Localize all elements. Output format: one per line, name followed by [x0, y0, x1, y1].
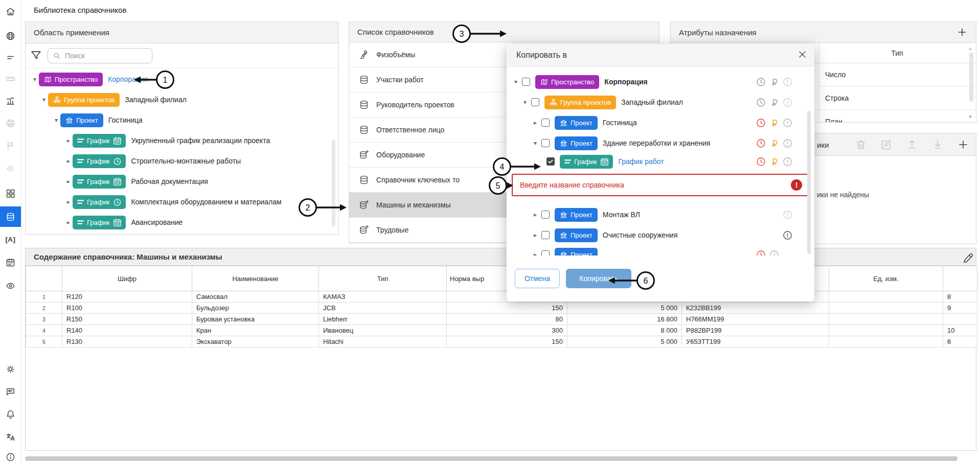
close-icon[interactable]	[797, 50, 807, 59]
database-icon	[358, 99, 370, 110]
sidebar-item-info[interactable]	[0, 447, 21, 464]
error-input[interactable]: Введите название справочника !	[512, 174, 809, 196]
sidebar-item-hatch[interactable]	[0, 158, 21, 178]
grid-icon	[5, 188, 16, 199]
chevron-right-icon[interactable]: ▸	[64, 219, 73, 225]
sidebar-item-calendar[interactable]	[0, 252, 21, 272]
checkbox[interactable]	[541, 139, 550, 147]
chevron-right-icon[interactable]: ▸	[531, 232, 539, 238]
checkbox[interactable]	[531, 98, 539, 106]
chevron-right-icon[interactable]: ▸	[531, 120, 539, 126]
tree-row-Корпорация[interactable]: ▾ПространствоКорпорация	[26, 69, 334, 89]
scroll-up-icon[interactable]: ▲	[968, 45, 973, 51]
clock-icon	[756, 249, 766, 256]
checkbox[interactable]	[522, 78, 530, 86]
tree-item-label: Гостиница	[108, 116, 143, 124]
add-attribute-icon[interactable]	[956, 27, 968, 38]
dialog-tree: Введите название справочника ! ▾Простран…	[507, 66, 814, 256]
comment-icon	[5, 386, 16, 397]
sidebar-item-ruler[interactable]	[0, 68, 21, 89]
checkbox[interactable]	[546, 157, 555, 166]
chevron-right-icon[interactable]: ▸	[64, 158, 73, 164]
chevron-right-icon[interactable]: ▸	[64, 178, 73, 184]
list-item-label: Участки работ	[376, 76, 424, 84]
sidebar-item-comment[interactable]	[0, 381, 21, 402]
database-icon	[358, 74, 370, 85]
dialog-tree-row-Монтаж ВЛ[interactable]: ▸ПроектМонтаж ВЛ	[507, 204, 814, 225]
sidebar-item-gantt[interactable]	[0, 48, 21, 68]
dialog-tree-row-Здание переработки и хранения[interactable]: ▾ПроектЗдание переработки и хранения	[507, 133, 814, 153]
table-row[interactable]: 2R100БульдозерJCB1505 000К232ВВ1999	[26, 303, 977, 314]
sidebar-item-chart[interactable]	[0, 90, 21, 111]
table-row[interactable]: 5R130ЭкскаваторHitachi1505 000У653ТТ1996	[26, 336, 977, 347]
chevron-right-icon[interactable]: ▸	[531, 212, 539, 218]
chevron-down-icon[interactable]: ▾	[40, 97, 48, 103]
copy-button[interactable]: Копировать	[566, 269, 631, 288]
warn-icon	[782, 210, 792, 220]
sidebar-item-grid[interactable]	[0, 183, 21, 203]
attr-row-План[interactable]: План	[818, 110, 976, 123]
tree-row-Укрупненный график реализации проекта[interactable]: ▸ГрафикУкрупненный график реализации про…	[26, 130, 334, 151]
table-row[interactable]: 4R140КранИвановец3008 000Р882ВР19910	[26, 325, 977, 336]
dialog-tree-row-partial[interactable]: ▸Проект	[507, 244, 814, 256]
tree-item-label: Западный филиал	[125, 96, 187, 104]
dialog-tree-row-Очистные сооружения[interactable]: ▸ПроектОчистные сооружения	[507, 225, 814, 245]
charts-toolbar	[854, 138, 970, 151]
tree-row-Комплектация оборудованием и материалам[interactable]: ▸ГрафикКомплектация оборудованием и мате…	[26, 192, 334, 212]
chevron-down-icon[interactable]: ▾	[531, 140, 539, 146]
sidebar-item-translate[interactable]	[0, 427, 21, 447]
sidebar-item-home[interactable]	[0, 1, 21, 21]
scope-filter-row: Поиск	[26, 43, 338, 68]
checkbox[interactable]	[541, 119, 550, 127]
chevron-down-icon[interactable]: ▾	[31, 76, 39, 82]
sidebar-item-database[interactable]	[0, 206, 21, 227]
scope-scrollbar[interactable]	[332, 140, 335, 226]
dialog-title: Копировать в	[516, 51, 567, 60]
badge-label: Пространство	[55, 76, 98, 83]
dialog-tree-row-Гостиница[interactable]: ▸ПроектГостиница	[507, 112, 814, 133]
column-header-Ед. изм.: Ед. изм.	[829, 266, 943, 291]
dialog-tree-row-График работ[interactable]: ГрафикГрафик работ	[507, 151, 814, 172]
tree-row-Рабочая документация[interactable]: ▸ГрафикРабочая документация	[26, 171, 334, 192]
sidebar-item-globe[interactable]	[0, 26, 21, 46]
dialog-tree-row-Западный филиал[interactable]: ▾Группа проектовЗападный филиал	[507, 92, 814, 112]
horizontal-scrollbar[interactable]	[25, 456, 958, 461]
chevron-right-icon[interactable]: ▸	[64, 137, 73, 144]
sidebar-item-flag[interactable]	[0, 135, 21, 156]
checkbox[interactable]	[541, 211, 550, 219]
calendar-icon	[113, 136, 122, 145]
sidebar-item-bell[interactable]	[0, 404, 21, 424]
chevron-down-icon[interactable]: ▾	[52, 117, 60, 123]
checkbox[interactable]	[541, 231, 550, 239]
dialog-tree-row-Корпорация[interactable]: ▾ПространствоКорпорация	[507, 72, 814, 92]
tree-row-Западный филиал[interactable]: ▾Группа проектовЗападный филиал	[26, 89, 334, 110]
sidebar-item-eye[interactable]	[0, 275, 21, 296]
chevron-right-icon[interactable]: ▸	[531, 251, 539, 256]
badge-label: Проект	[571, 231, 592, 239]
tree-row-Строительно-монтажные работы[interactable]: ▸ГрафикСтроительно-монтажные работы	[26, 151, 334, 171]
chevron-down-icon[interactable]: ▾	[512, 79, 520, 85]
filter-icon[interactable]	[30, 49, 42, 62]
badge-label: График	[574, 158, 597, 166]
sidebar-item-printer[interactable]	[0, 113, 21, 133]
edit-content-icon[interactable]	[962, 252, 974, 264]
tree-row-Авансирование[interactable]: ▸ГрафикАвансирование	[26, 212, 334, 233]
table-row[interactable]: 1R120СамосвалКАМАЗ8	[26, 291, 977, 303]
scroll-down-icon[interactable]: ▼	[968, 114, 973, 120]
search-input[interactable]: Поиск	[48, 48, 152, 63]
directory-content-panel: Содержание справочника: Машины и механиз…	[25, 248, 976, 451]
charts-panel-title-fragment: ики	[817, 133, 829, 156]
plus-icon[interactable]	[956, 138, 970, 151]
sidebar-item-labels[interactable]: [A]	[0, 229, 21, 249]
checkbox[interactable]	[541, 250, 550, 256]
tree-row-Гостиница[interactable]: ▾ПроектГостиница	[26, 110, 334, 130]
attr-row-Число[interactable]: Число	[818, 63, 976, 86]
sidebar-item-brightness[interactable]	[0, 359, 21, 379]
attr-row-Строка[interactable]: Строка	[818, 86, 976, 110]
cancel-button[interactable]: Отмена	[515, 269, 560, 288]
chevron-down-icon[interactable]: ▾	[521, 99, 529, 105]
chevron-right-icon[interactable]: ▸	[64, 199, 73, 205]
dialog-scrollbar[interactable]	[807, 111, 811, 254]
attributes-scrollbar[interactable]	[969, 53, 973, 102]
table-row[interactable]: 3R150Буровая установкаLiebherr8016 800Н7…	[26, 314, 977, 325]
